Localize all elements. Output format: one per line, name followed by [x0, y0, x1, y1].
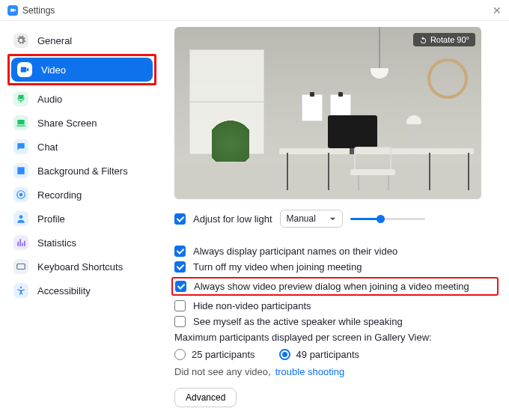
gallery-choice[interactable]: 49 participants	[279, 349, 360, 360]
low-light-mode-dropdown[interactable]: Manual	[280, 210, 343, 228]
svg-point-1	[19, 193, 23, 197]
adjust-low-light-label: Adjust for low light	[193, 213, 272, 225]
option-label: Turn off my video when joining meeting	[193, 261, 362, 273]
titlebar: Settings ✕	[0, 0, 509, 21]
sidebar-item-stats[interactable]: Statistics	[7, 231, 156, 255]
video-icon	[17, 62, 32, 77]
keyboard-icon	[13, 259, 28, 274]
option-label: See myself as the active speaker while s…	[193, 316, 403, 327]
adjust-low-light-row: Adjust for low light Manual	[174, 210, 496, 228]
sidebar-item-label: Video	[41, 64, 66, 76]
radio-button[interactable]	[279, 349, 290, 360]
option-checkbox[interactable]	[174, 316, 186, 327]
gallery-label: Maximum participants displayed per scree…	[174, 332, 432, 343]
svg-point-4	[20, 287, 22, 288]
trouble-prefix: Did not see any video,	[174, 366, 271, 377]
sidebar-item-label: Recording	[37, 189, 82, 201]
sidebar-item-share[interactable]: Share Screen	[7, 111, 156, 135]
sidebar-item-label: Statistics	[37, 237, 76, 249]
gallery-label-row: Maximum participants displayed per scree…	[174, 332, 496, 343]
gear-icon	[13, 33, 28, 48]
sidebar-item-a11y[interactable]: Accessibility	[7, 279, 156, 302]
share-icon	[13, 115, 28, 130]
profile-icon	[13, 211, 28, 226]
sidebar-item-label: Profile	[37, 213, 65, 225]
advanced-button[interactable]: Advanced	[174, 388, 237, 407]
sidebar-item-label: Keyboard Shortcuts	[37, 261, 123, 273]
option-label: Always display participant names on thei…	[193, 246, 397, 257]
option-checkbox[interactable]	[174, 300, 186, 311]
gallery-choice-label: 49 participants	[296, 349, 360, 360]
chevron-down-icon	[329, 216, 336, 222]
trouble-row: Did not see any video, trouble shooting	[174, 366, 496, 377]
sidebar-item-label: Chat	[37, 141, 58, 153]
a11y-icon	[13, 283, 28, 298]
sidebar-item-audio[interactable]: Audio	[7, 87, 156, 111]
sidebar-item-rec[interactable]: Recording	[7, 183, 156, 207]
sidebar-item-bg[interactable]: Background & Filters	[7, 159, 156, 183]
sidebar-item-gear[interactable]: General	[7, 28, 156, 52]
option-checkbox[interactable]	[174, 261, 186, 273]
stats-icon	[13, 235, 28, 250]
rec-icon	[13, 187, 28, 202]
audio-icon	[13, 91, 28, 106]
sidebar-item-keyboard[interactable]: Keyboard Shortcuts	[7, 255, 156, 279]
adjust-low-light-checkbox[interactable]	[174, 213, 186, 225]
video-preview: Rotate 90°	[174, 27, 481, 199]
low-light-slider[interactable]	[350, 213, 425, 224]
sidebar-item-chat[interactable]: Chat	[7, 135, 156, 159]
window-title: Settings	[22, 5, 55, 16]
sidebar-item-video[interactable]: Video	[11, 58, 153, 82]
option-checkbox[interactable]	[174, 246, 186, 257]
rotate-label: Rotate 90°	[430, 35, 469, 44]
sidebar-item-label: Background & Filters	[37, 165, 128, 177]
gallery-choice-label: 25 participants	[192, 349, 255, 360]
option-checkbox[interactable]	[175, 281, 186, 292]
option-row: Turn off my video when joining meeting	[174, 261, 496, 273]
sidebar-item-label: Share Screen	[37, 118, 97, 129]
option-row: Hide non-video participants	[174, 300, 496, 311]
chat-icon	[13, 139, 28, 154]
close-icon[interactable]: ✕	[493, 4, 502, 16]
gallery-choices: 25 participants49 participants	[174, 349, 496, 360]
app-icon	[7, 5, 18, 16]
svg-point-2	[19, 215, 23, 219]
sidebar-item-label: Audio	[37, 94, 62, 105]
low-light-mode-value: Manual	[287, 213, 316, 224]
option-label: Hide non-video participants	[193, 300, 311, 311]
svg-rect-3	[17, 264, 25, 270]
option-label: Always show video preview dialog when jo…	[194, 281, 469, 292]
rotate-button[interactable]: Rotate 90°	[413, 33, 475, 46]
sidebar: GeneralVideoAudioShare ScreenChatBackgro…	[0, 21, 161, 420]
option-row: See myself as the active speaker while s…	[174, 316, 496, 327]
trouble-link[interactable]: trouble shooting	[275, 366, 345, 377]
sidebar-item-profile[interactable]: Profile	[7, 207, 156, 231]
settings-content: Rotate 90° Adjust for low light Manual A…	[161, 21, 509, 420]
bg-icon	[13, 163, 28, 178]
gallery-choice[interactable]: 25 participants	[174, 349, 255, 360]
radio-button[interactable]	[174, 349, 186, 360]
sidebar-item-label: General	[37, 35, 72, 46]
option-row: Always display participant names on thei…	[174, 246, 496, 257]
sidebar-item-label: Accessibility	[37, 285, 91, 296]
option-row: Always show video preview dialog when jo…	[175, 281, 495, 292]
